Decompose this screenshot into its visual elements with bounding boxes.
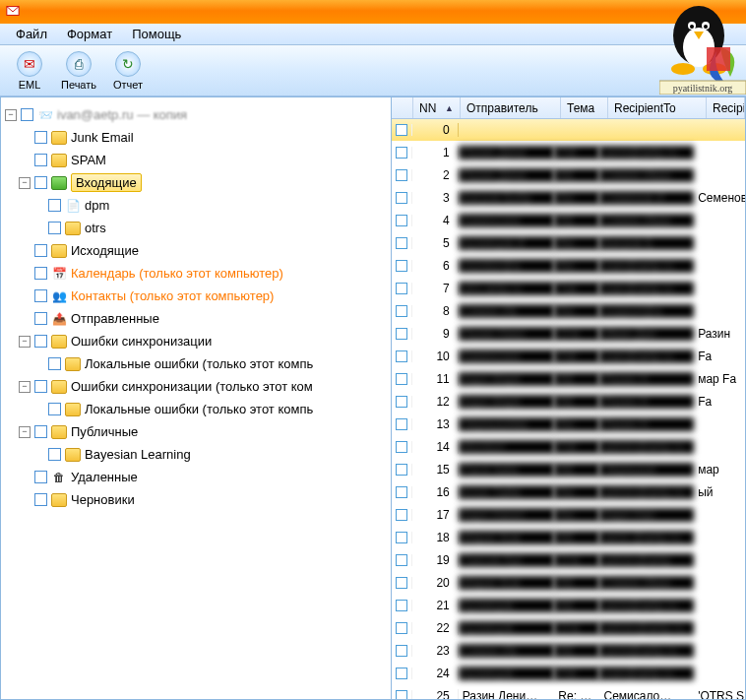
grid-body[interactable]: 01Разин ДениFWsemi@aetp.ru2Разин ДениREС… [392, 119, 745, 699]
row-checkbox[interactable] [396, 418, 407, 430]
tree-item-bayes[interactable]: Bayesian Learning [85, 447, 191, 462]
row-checkbox[interactable] [396, 622, 407, 634]
row-checkbox[interactable] [396, 554, 407, 566]
tree-checkbox[interactable] [34, 380, 47, 393]
grid-row[interactable]: 14MonitorrFWadmin@aetp.ru [392, 436, 745, 459]
eml-button[interactable]: ✉ EML [6, 48, 53, 94]
row-checkbox[interactable] [396, 532, 407, 543]
tree-checkbox[interactable] [48, 357, 61, 370]
grid-row[interactable]: 5Кузнецов ИRe:Багров Б [392, 232, 745, 255]
row-checkbox[interactable] [396, 577, 407, 589]
tree-checkbox[interactable] [34, 267, 47, 280]
row-checkbox[interactable] [396, 668, 407, 679]
grid-row[interactable]: 2Разин ДениREСемин Иван [392, 164, 745, 187]
tree-item-syncerr[interactable]: Ошибки синхронизации [71, 334, 212, 349]
grid-row[interactable]: 19Таисия КусОтвadmin@aetp [392, 549, 745, 572]
column-recipientcc[interactable]: Recipient [707, 97, 745, 118]
row-checkbox[interactable] [396, 215, 407, 226]
menu-file[interactable]: Файл [6, 25, 57, 43]
tree-checkbox[interactable] [34, 312, 47, 325]
collapse-icon[interactable]: − [19, 381, 31, 393]
row-checkbox[interactable] [396, 690, 407, 699]
column-sender[interactable]: Отправитель [461, 97, 561, 118]
row-checkbox[interactable] [396, 260, 407, 272]
grid-row[interactable]: 11Карл МаркREРазин Нмар Fa [392, 368, 745, 391]
grid-row[interactable]: 10КаменскихFWivan@aetp.ruFa [392, 346, 745, 368]
tree-item-otrs[interactable]: otrs [85, 221, 106, 235]
grid-row[interactable]: 17Карл НапитRe:Карл Нап [392, 504, 745, 527]
grid-row[interactable]: 6monitor@aRe:ivan@aetp.ru [392, 255, 745, 278]
collapse-icon[interactable]: − [19, 336, 31, 348]
tree-item-sent[interactable]: Отправленные [71, 311, 159, 326]
row-checkbox[interactable] [396, 373, 407, 385]
tree-item-calendar[interactable]: Календарь (только этот компьютер) [71, 266, 283, 281]
grid-row[interactable]: 9Разин НикоОтвИван ДанРазин [392, 323, 745, 346]
tree-checkbox[interactable] [34, 289, 47, 302]
tree-item-inbox[interactable]: Входящие [71, 173, 142, 192]
grid-row[interactable]: 25Разин Дени…Re: …Семисало…'OTRS S [392, 685, 745, 699]
tree-checkbox[interactable] [48, 222, 61, 234]
row-checkbox[interactable] [396, 645, 407, 657]
tree-item-localerr2[interactable]: Локальные ошибки (только этот компь [85, 402, 313, 416]
grid-row[interactable]: 1Разин ДениFWsemi@aetp.ru [392, 142, 745, 164]
menu-help[interactable]: Помощь [122, 25, 191, 43]
column-recipient[interactable]: RecipientTo [608, 97, 707, 118]
row-checkbox[interactable] [396, 283, 407, 294]
tree-checkbox[interactable] [48, 403, 61, 415]
column-subject[interactable]: Тема [561, 97, 608, 118]
column-nn[interactable]: NN▲ [413, 97, 461, 118]
grid-row[interactable]: 8Семин ИвRe:support@a [392, 300, 745, 323]
tree-item-junk[interactable]: Junk Email [71, 130, 134, 145]
row-checkbox[interactable] [396, 464, 407, 476]
column-check[interactable] [392, 97, 413, 118]
row-checkbox[interactable] [396, 305, 407, 317]
row-checkbox[interactable] [396, 147, 407, 159]
tree-checkbox[interactable] [34, 154, 47, 166]
row-checkbox[interactable] [396, 192, 407, 204]
grid-row[interactable]: 16Клоп ТаймRe:admin@aetp.ruый [392, 481, 745, 504]
tree-checkbox[interactable] [48, 448, 61, 461]
row-checkbox[interactable] [396, 441, 407, 453]
tree-item-spam[interactable]: SPAM [71, 153, 106, 167]
row-checkbox[interactable] [396, 350, 407, 362]
grid-row[interactable]: 24КузнецовFWivan@aetp.ru [392, 663, 745, 685]
tree-checkbox[interactable] [48, 199, 61, 212]
grid-row[interactable]: 15Parol ItaliaREЧернышемар [392, 459, 745, 481]
row-checkbox[interactable] [396, 124, 407, 136]
tree-checkbox[interactable] [34, 176, 47, 189]
grid-row[interactable]: 12Карл МаркREРазин НFa [392, 391, 745, 414]
tree-item-outbox[interactable]: Исходящие [71, 243, 139, 258]
tree-checkbox[interactable] [21, 108, 33, 121]
tree-checkbox[interactable] [34, 244, 47, 257]
grid-row[interactable]: 23Семин ИвREsemi@aetp.ru [392, 640, 745, 663]
tree-checkbox[interactable] [34, 335, 47, 348]
tree-checkbox[interactable] [34, 471, 47, 483]
collapse-icon[interactable]: − [5, 109, 17, 121]
grid-row[interactable]: 3Багров БобрRe:Семенов ИСеменов [392, 187, 745, 210]
tree-item-public[interactable]: Публичные [71, 424, 138, 439]
row-checkbox[interactable] [396, 486, 407, 498]
grid-row[interactable]: 4КаменскихREСемин Иван [392, 210, 745, 232]
tree-item-drafts[interactable]: Черновики [71, 492, 135, 507]
grid-row[interactable]: 13ЧернышеваRe:Разин Н [392, 414, 745, 436]
tree-item-syncerr2[interactable]: Ошибки синхронизации (только этот ком [71, 379, 313, 394]
grid-row[interactable]: 22КузнецовОтвadmin@aetp.ru [392, 617, 745, 640]
tree-checkbox[interactable] [34, 131, 47, 144]
tree-checkbox[interactable] [34, 493, 47, 506]
grid-row[interactable]: 18Марат КовREsemi @aetp.ru [392, 527, 745, 549]
row-checkbox[interactable] [396, 600, 407, 611]
grid-row[interactable]: 20Марат КовREСемин Иван [392, 572, 745, 595]
row-checkbox[interactable] [396, 396, 407, 408]
collapse-icon[interactable]: − [19, 177, 31, 189]
row-checkbox[interactable] [396, 509, 407, 521]
grid-row[interactable]: 7otrs.aetp.ruТикivan@aetp.ru [392, 278, 745, 300]
tree-root-label[interactable]: ivan@aetp.ru — копия [57, 107, 187, 122]
tree-item-dpm[interactable]: dpm [85, 198, 109, 213]
menu-format[interactable]: Формат [57, 25, 122, 43]
tree-checkbox[interactable] [34, 425, 47, 438]
collapse-icon[interactable]: − [19, 426, 31, 438]
tree-item-deleted[interactable]: Удаленные [71, 470, 138, 484]
row-checkbox[interactable] [396, 237, 407, 249]
tree-item-localerr[interactable]: Локальные ошибки (только этот компь [85, 356, 313, 371]
print-button[interactable]: ⎙ Печать [55, 48, 102, 94]
